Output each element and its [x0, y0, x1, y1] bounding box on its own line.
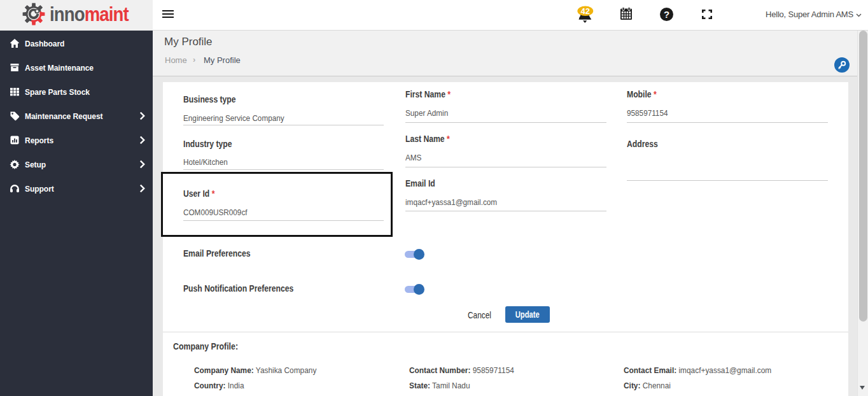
svg-text:42: 42	[581, 6, 590, 16]
